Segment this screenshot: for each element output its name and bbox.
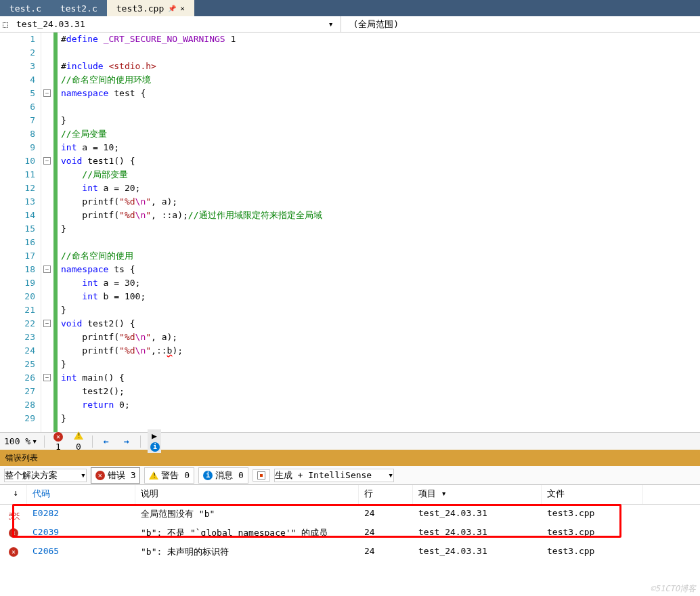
error-desc: "b": 未声明的标识符 <box>135 545 359 559</box>
col-line[interactable]: 行 <box>359 485 413 504</box>
code-line[interactable]: //局部变量 <box>61 168 700 182</box>
error-row[interactable]: ✕C2065"b": 未声明的标识符24test_24.03.31test3.c… <box>0 542 700 561</box>
fold-toggle[interactable]: − <box>43 265 51 273</box>
code-line[interactable]: } <box>61 222 700 236</box>
nav-scope-right[interactable]: (全局范围) <box>341 16 701 32</box>
col-code[interactable]: 代码 <box>27 485 135 504</box>
nav-scope-left[interactable]: ⬚ test_24.03.31 ▾ <box>0 16 341 32</box>
scope-icon: ⬚ <box>3 19 14 29</box>
tab-test3-cpp[interactable]: test3.cpp 📌 ✕ <box>107 0 194 16</box>
error-file: test3.cpp <box>542 545 643 559</box>
dropdown-arrow-icon[interactable]: ▾ <box>32 436 37 446</box>
code-line[interactable]: int a = 30; <box>61 276 700 290</box>
nav-bar: ⬚ test_24.03.31 ▾ (全局范围) <box>0 16 700 33</box>
code-line[interactable]: return 0; <box>61 398 700 412</box>
code-line[interactable]: //全局变量 <box>61 127 700 141</box>
fold-margin: −−−−− <box>41 33 58 432</box>
tab-test2-c[interactable]: test2.c <box>51 0 107 16</box>
error-row[interactable]: abcE0282全局范围没有 "b"24test_24.03.31test3.c… <box>0 505 700 524</box>
code-line[interactable]: void test2() { <box>61 317 700 331</box>
change-bar <box>53 33 58 432</box>
code-area[interactable]: #define _CRT_SECURE_NO_WARNINGS 1 #inclu… <box>58 33 700 432</box>
error-proj: test_24.03.31 <box>413 507 542 522</box>
messages-filter-button[interactable]: i消息 0 <box>198 467 248 484</box>
source-dropdown[interactable]: 生成 + IntelliSense ▾ <box>274 469 394 482</box>
error-row[interactable]: ✕C2039"b": 不是 "`global namespace'" 的成员24… <box>0 524 700 542</box>
code-line[interactable]: } <box>61 114 700 127</box>
fold-toggle[interactable]: − <box>43 374 51 381</box>
code-line[interactable]: printf("%d\n", a); <box>61 331 700 344</box>
error-icon: ✕ <box>9 547 18 557</box>
nav-left-text: test_24.03.31 <box>16 19 324 29</box>
watermark: ©51CTO博客 <box>651 583 696 595</box>
error-proj: test_24.03.31 <box>413 526 542 540</box>
error-file: test3.cpp <box>542 507 643 522</box>
code-line[interactable]: } <box>61 358 700 371</box>
code-line[interactable]: int a = 10; <box>61 141 700 154</box>
intellisense-icon: abc <box>9 511 18 517</box>
error-line: 24 <box>359 507 413 522</box>
col-icon[interactable]: ↓ <box>0 485 27 504</box>
code-line[interactable]: void test1() { <box>61 154 700 168</box>
col-file[interactable]: 文件 <box>542 485 643 504</box>
scope-dropdown[interactable]: 整个解决方案 ▾ <box>4 469 87 482</box>
warning-icon <box>149 471 158 480</box>
dropdown-arrow-icon: ▾ <box>60 470 86 480</box>
code-line[interactable]: test2(); <box>61 385 700 398</box>
line-numbers: 1234567891011121314151617181920212223242… <box>0 33 41 432</box>
code-editor[interactable]: 1234567891011121314151617181920212223242… <box>0 33 700 432</box>
nav-back-button[interactable]: ← <box>100 436 113 446</box>
code-line[interactable]: printf("%d\n", ::a);//通过作用域限定符来指定全局域 <box>61 209 700 222</box>
error-code: E0282 <box>27 507 135 522</box>
code-line[interactable]: int b = 100; <box>61 290 700 303</box>
code-line[interactable]: } <box>61 303 700 317</box>
warning-count[interactable]: 0 <box>72 431 85 452</box>
code-line[interactable]: } <box>61 412 700 425</box>
warnings-filter-button[interactable]: 警告 0 <box>144 467 194 484</box>
code-line[interactable]: printf("%d\n", a); <box>61 195 700 209</box>
error-toolbar: 整个解决方案 ▾ ✕错误 3 警告 0 i消息 0 生成 + IntelliSe… <box>0 466 700 485</box>
clear-filter-button[interactable] <box>253 469 270 482</box>
error-icon: ✕ <box>95 471 105 480</box>
zoom-control[interactable]: 100 %▾ <box>4 436 37 446</box>
error-table-header: ↓ 代码 说明 行 项目 ▾ 文件 <box>0 485 700 505</box>
col-desc[interactable]: 说明 <box>135 485 359 504</box>
tab-bar: test.ctest2.ctest3.cpp 📌 ✕ <box>0 0 700 16</box>
fold-toggle[interactable]: − <box>43 89 51 97</box>
error-count[interactable]: ✕ 1 <box>51 431 65 452</box>
code-line[interactable]: namespace ts { <box>61 263 700 276</box>
pin-icon[interactable]: 📌 <box>168 5 176 12</box>
error-desc: "b": 不是 "`global namespace'" 的成员 <box>135 526 359 540</box>
tab-test-c[interactable]: test.c <box>0 0 51 16</box>
error-line: 24 <box>359 545 413 559</box>
code-line[interactable]: int main() { <box>61 371 700 385</box>
errors-filter-button[interactable]: ✕错误 3 <box>91 467 141 484</box>
error-line: 24 <box>359 526 413 540</box>
filter-icon <box>257 471 265 480</box>
error-desc: 全局范围没有 "b" <box>135 507 359 522</box>
error-table: ↓ 代码 说明 行 项目 ▾ 文件 abcE0282全局范围没有 "b"24te… <box>0 485 700 561</box>
error-proj: test_24.03.31 <box>413 545 542 559</box>
code-line[interactable]: //命名空间的使用 <box>61 249 700 263</box>
code-line[interactable] <box>61 46 700 60</box>
code-line[interactable]: //命名空间的使用环境 <box>61 73 700 87</box>
nav-fwd-button[interactable]: → <box>120 436 133 446</box>
code-line[interactable] <box>61 236 700 249</box>
close-icon[interactable]: ✕ <box>180 4 185 13</box>
info-icon: i <box>150 442 160 452</box>
code-line[interactable]: namespace test { <box>61 87 700 100</box>
nav-play-button[interactable]: ▶ i <box>148 429 161 453</box>
fold-toggle[interactable]: − <box>43 320 51 327</box>
code-line[interactable]: int a = 20; <box>61 182 700 195</box>
error-file: test3.cpp <box>542 526 643 540</box>
code-line[interactable]: #include <stdio.h> <box>61 60 700 73</box>
fold-toggle[interactable]: − <box>43 157 51 165</box>
error-code: C2039 <box>27 526 135 540</box>
code-line[interactable]: printf("%d\n",::b); <box>61 344 700 358</box>
dropdown-arrow-icon[interactable]: ▾ <box>324 19 338 29</box>
code-line[interactable]: #define _CRT_SECURE_NO_WARNINGS 1 <box>61 33 700 46</box>
code-line[interactable] <box>61 100 700 114</box>
error-table-body: abcE0282全局范围没有 "b"24test_24.03.31test3.c… <box>0 505 700 561</box>
dropdown-arrow-icon: ▾ <box>374 470 393 480</box>
col-proj[interactable]: 项目 ▾ <box>413 485 542 504</box>
